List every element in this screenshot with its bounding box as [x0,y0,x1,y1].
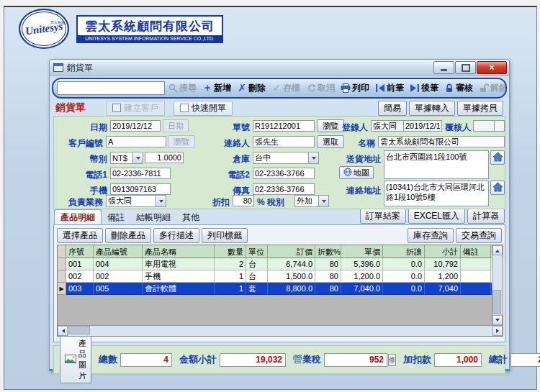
tax-type-select[interactable]: 外加 [294,195,329,207]
currency-select[interactable]: NT$ [110,152,143,164]
customer-no-field[interactable] [106,136,166,147]
adjustment-label: 加扣款 [403,353,431,366]
subtotal-label: 金額小計 [179,353,217,366]
document-copy-button[interactable]: 單據拷貝 [457,101,503,116]
table-cell: 5,396.0 [341,258,383,270]
close-button[interactable]: × [477,61,507,74]
map-button[interactable]: 地圖 [339,166,374,179]
globe-icon [343,168,352,178]
company-logo: Unitesys 雲太系統 [19,9,69,49]
print-button[interactable]: 列印 [338,81,372,95]
tab-other[interactable]: 其他 [176,210,205,224]
contact-address-label: 連絡地址 [339,185,381,197]
contact-address-field[interactable] [384,181,489,206]
column-header: 單價 [341,245,383,258]
order-form: 日期 日期 單號 瀏覽 登錄人 覆核人 客戶編號 瀏覽 連絡人 選取 名稱 幣別… [53,116,505,209]
horizontal-scrollbar[interactable] [58,325,503,336]
vertical-scrollbar[interactable] [492,245,503,325]
contact-address-home-button[interactable] [490,181,505,195]
discount-field[interactable] [233,195,254,206]
table-cell: 6,744.0 [268,258,315,270]
app-header: Unitesys 雲太系統 雲太系統顧問有限公司 UNITESYS SYSTEM… [4,7,536,50]
delete-button[interactable]: ✗刪除 [234,81,269,95]
search-input[interactable] [57,81,165,95]
simple-mode-button[interactable]: 簡易 [378,101,407,116]
tab-billing-detail[interactable]: 結帳明細 [130,210,176,224]
table-row[interactable]: 002002手機1台1,500.0801,200.00.01,200 [58,270,492,283]
customer-name-field[interactable] [378,136,505,147]
select-contact-button[interactable]: 選取 [317,135,344,148]
table-cell [461,270,491,283]
mobile-field[interactable] [110,183,171,195]
minimize-button[interactable] [433,61,454,74]
product-image-button[interactable]: 產品圖片 [60,336,91,383]
scroll-down-button[interactable] [492,315,503,325]
table-cell: 1 [215,283,246,295]
audit-button[interactable]: 審核 [441,81,476,95]
table-cell: 80 [315,283,341,295]
multiline-description-button[interactable]: 多行描述 [153,228,199,243]
search-button-label: 搜尋 [179,82,197,94]
date-field[interactable] [110,120,161,132]
scroll-right-button[interactable] [492,326,503,336]
ship-address-field[interactable] [384,150,489,179]
scroll-up-button[interactable] [492,245,503,255]
reviewer-field [473,120,495,132]
contact-field[interactable] [253,136,315,147]
fax-field[interactable] [253,183,315,195]
scrollbar-thumb[interactable] [492,290,501,314]
window-title: 銷貨單 [67,62,93,74]
cancel-button-label: 取消 [318,82,335,94]
transaction-inquiry-button[interactable]: 交易查詢 [456,228,502,243]
excel-import-button[interactable]: EXCEL匯入 [408,209,465,224]
tab-product-detail[interactable]: 產品明細 [54,209,102,224]
mobile-label: 手機 [78,185,107,197]
quick-order-checkbox[interactable]: 快速開單 [174,101,233,116]
calculator-button[interactable]: 計算器 [467,209,505,224]
table-row[interactable]: ▶003005會計軟體1套8,800.0807,040.00.07,040 [58,283,492,295]
select-product-button[interactable]: 選擇產品 [57,228,103,243]
application-window: Unitesys 雲太系統 雲太系統顧問有限公司 UNITESYS SYSTEM… [4,6,537,390]
next-record-button[interactable]: 後筆 [407,81,441,95]
chevron-down-icon [308,152,318,163]
table-cell: 003 [66,283,94,295]
stock-inquiry-button[interactable]: 庫存查詢 [408,228,454,243]
sales-rep-select[interactable]: 張大同 [106,195,166,207]
table-row[interactable]: 001004車用電視2台6,744.0805,396.00.010,792 [58,258,492,270]
table-cell: 002 [94,270,143,283]
column-header: 折數% [315,245,341,258]
order-no-field[interactable] [253,120,315,132]
scroll-left-button[interactable] [58,326,68,336]
print-label-button[interactable]: 列印標籤 [202,228,248,243]
next-record-button-label: 後筆 [421,82,438,94]
table-cell: 0.0 [383,283,425,295]
add-button[interactable]: +新增 [199,81,234,95]
sales-rep-label: 負責業務 [57,196,103,209]
scrollbar-thumb[interactable] [68,326,90,334]
phone2-field[interactable] [253,168,315,179]
tab-notes[interactable]: 備註 [102,210,130,224]
phone1-field[interactable] [110,168,171,179]
checkbox-icon [180,104,189,112]
ship-address-home-button[interactable] [490,150,505,165]
document-transfer-button[interactable]: 單據轉入 [409,101,455,116]
titlebar[interactable]: 銷貨單 × [50,60,509,76]
close-order-button[interactable]: 訂單結案 [360,209,406,224]
delete-product-button[interactable]: 刪除產品 [105,228,151,243]
previous-record-button[interactable]: 前筆 [372,81,407,95]
next-icon [410,83,420,94]
table-corner [58,245,66,258]
form-header-row: 銷貨單 建立客戶 快速開單 簡易單據轉入單據拷貝 [50,100,509,116]
exchange-rate-field[interactable] [145,152,184,163]
adjustment-field [434,353,482,367]
warehouse-select[interactable]: 台中 [253,152,319,164]
table-cell: 車用電視 [143,258,215,270]
save-icon: ✓ [271,83,282,94]
tax-edit-button[interactable]: 修 [388,354,396,366]
print-icon [341,83,351,94]
maximize-button[interactable] [455,61,476,74]
house-icon [492,152,503,163]
chevron-down-icon [156,196,166,206]
name-label: 名稱 [349,137,375,150]
prev-icon [375,83,385,94]
